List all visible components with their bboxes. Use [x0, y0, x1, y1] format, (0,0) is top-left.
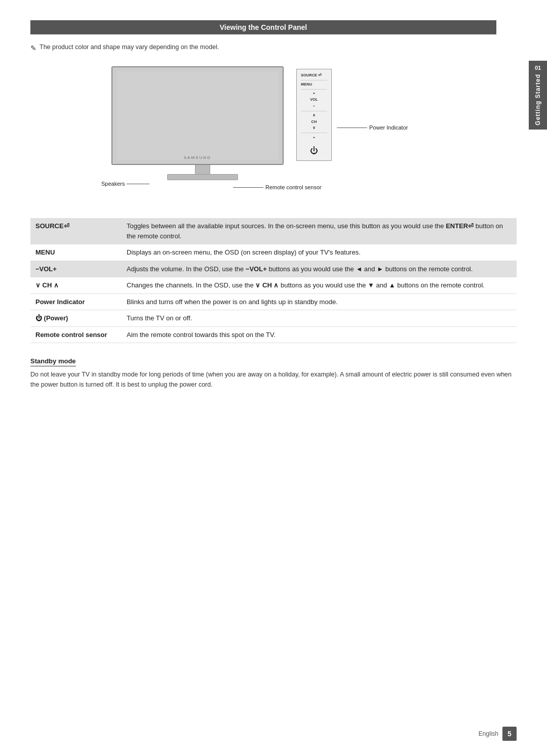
cp-vol-plus: + [301, 91, 327, 97]
callout-line-power [337, 128, 367, 128]
page-number: 5 [502, 727, 517, 741]
table-row: Remote control sensor Aim the remote con… [30, 326, 517, 343]
tv-screen: SAMSUNG [111, 66, 284, 165]
note-icon: ✎ [30, 44, 36, 52]
table-cell-label: −VOL+ [30, 261, 122, 277]
cp-source: SOURCE ⏎ [301, 72, 327, 79]
table-cell-desc: Turns the TV on or off. [122, 310, 517, 327]
table-cell-desc: Aim the remote control towards this spot… [122, 326, 517, 343]
table-cell-label: Remote control sensor [30, 326, 122, 343]
table-row: ⏻ (Power) Turns the TV on or off. [30, 310, 517, 327]
callout-line-speakers [127, 184, 149, 184]
table-row: ∨ CH ∧ Changes the channels. In the OSD,… [30, 277, 517, 294]
control-panel-box: SOURCE ⏎ MENU + VOL − ∧ CH ∨ • ⏻ [296, 69, 332, 161]
speakers-label: Speakers [101, 181, 125, 187]
side-tab-label: Getting Started [534, 74, 541, 125]
standby-text: Do not leave your TV in standby mode for… [30, 369, 517, 390]
side-tab: 01 Getting Started [529, 61, 547, 130]
table-cell-label: Power Indicator [30, 293, 122, 310]
page-footer: English 5 [479, 727, 517, 741]
cp-divider1 [301, 80, 327, 80]
table-cell-label: MENU [30, 244, 122, 261]
remote-sensor-label: Remote control sensor [265, 184, 322, 190]
table-row: SOURCE⏎ Toggles between all the availabl… [30, 218, 517, 244]
table-cell-desc: Adjusts the volume. In the OSD, use the … [122, 261, 517, 277]
callout-line-remote [233, 187, 263, 188]
control-panel-diagram: SOURCE ⏎ MENU + VOL − ∧ CH ∨ • ⏻ [296, 69, 332, 161]
cp-vol-label: VOL [301, 97, 327, 103]
tv-brand: SAMSUNG [184, 155, 211, 160]
table-cell-desc: Changes the channels. In the OSD, use th… [122, 277, 517, 294]
diagram-area: SAMSUNG SOURCE ⏎ MENU + VOL − [96, 61, 451, 203]
power-indicator-label: Power Indicator [369, 124, 408, 131]
tv-stand-base [167, 174, 238, 180]
standby-title: Standby mode [30, 357, 76, 366]
cp-divider4 [301, 133, 327, 133]
cp-power-symbol: ⏻ [301, 144, 327, 157]
callout-remote-sensor: Remote control sensor [233, 184, 322, 190]
note-text: The product color and shape may vary dep… [40, 44, 219, 51]
footer-language: English [479, 730, 498, 737]
page-wrapper: 01 Getting Started Viewing the Control P… [0, 0, 547, 756]
cp-dot: • [301, 134, 327, 142]
cp-vol-minus: − [301, 103, 327, 110]
callout-speakers: Speakers [101, 181, 149, 187]
tv-stand-neck [195, 165, 210, 174]
page-title: Viewing the Control Panel [30, 20, 496, 34]
cp-ch-up: ∧ [301, 112, 327, 119]
table-row: Power Indicator Blinks and turns off whe… [30, 293, 517, 310]
table-body: SOURCE⏎ Toggles between all the availabl… [30, 218, 517, 343]
note-line: ✎ The product color and shape may vary d… [30, 44, 517, 52]
table-cell-desc: Blinks and turns off when the power is o… [122, 293, 517, 310]
table-cell-label: ⏻ (Power) [30, 310, 122, 327]
tv-illustration: SAMSUNG [111, 66, 294, 188]
table-cell-label: SOURCE⏎ [30, 218, 122, 244]
cp-menu: MENU [301, 81, 327, 88]
standby-section: Standby mode Do not leave your TV in sta… [30, 357, 517, 390]
table-cell-label: ∨ CH ∧ [30, 277, 122, 294]
cp-divider3 [301, 111, 327, 111]
callout-power-indicator: Power Indicator [337, 124, 408, 131]
cp-ch-down: ∨ [301, 125, 327, 132]
table-row: MENU Displays an on-screen menu, the OSD… [30, 244, 517, 261]
table-row: −VOL+ Adjusts the volume. In the OSD, us… [30, 261, 517, 277]
table-cell-desc: Toggles between all the available input … [122, 218, 517, 244]
cp-divider2 [301, 89, 327, 90]
tv-screen-inner: SAMSUNG [112, 67, 283, 164]
feature-table: SOURCE⏎ Toggles between all the availabl… [30, 218, 517, 343]
table-cell-desc: Displays an on-screen menu, the OSD (on … [122, 244, 517, 261]
side-tab-number: 01 [535, 65, 541, 71]
cp-ch-label: CH [301, 119, 327, 125]
